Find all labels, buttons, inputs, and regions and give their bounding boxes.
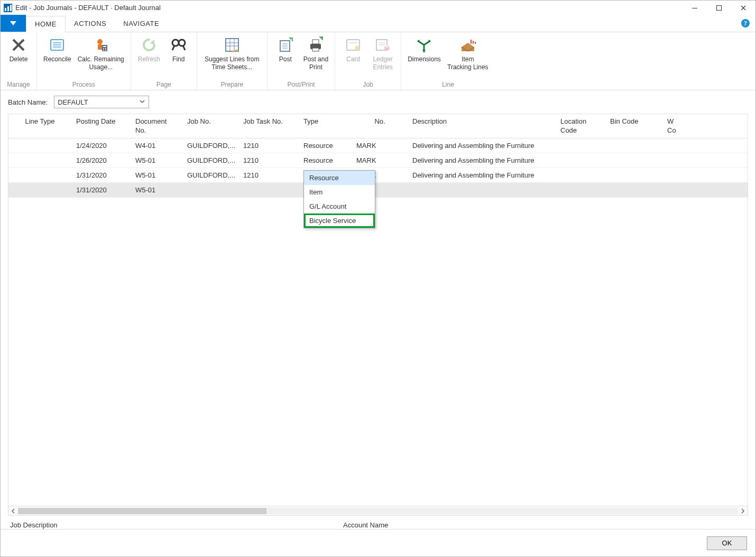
suggest-lines-label: Suggest Lines from Time Sheets... xyxy=(205,55,259,71)
scroll-right-arrow[interactable] xyxy=(738,506,748,516)
cell-description[interactable]: Delivering and Assembling the Furniture xyxy=(408,171,556,179)
cell-type[interactable]: Resource xyxy=(299,156,352,164)
reconcile-button[interactable]: Reconcile xyxy=(40,34,75,81)
cell-job-task-no[interactable]: 1210 xyxy=(239,142,299,150)
window-title: Edit - Job Journals - DEFAULT · Default … xyxy=(15,4,161,12)
dimensions-label: Dimensions xyxy=(408,55,441,63)
col-no[interactable]: No. xyxy=(352,114,408,138)
scroll-left-arrow[interactable] xyxy=(8,506,18,516)
group-page-label: Page xyxy=(134,81,193,89)
svg-rect-3 xyxy=(692,8,697,8)
ledger-entries-button[interactable]: Ledger Entries xyxy=(368,34,398,81)
minimize-button[interactable] xyxy=(683,1,707,15)
dropdown-option-gl-account[interactable]: G/L Account xyxy=(304,199,375,213)
delete-icon xyxy=(10,36,27,53)
tab-navigate[interactable]: NAVIGATE xyxy=(115,15,168,32)
cell-description[interactable]: Delivering and Assembling the Furniture xyxy=(408,156,556,164)
ok-button[interactable]: OK xyxy=(707,536,747,550)
file-menu-button[interactable] xyxy=(1,15,26,32)
delete-label: Delete xyxy=(10,55,28,63)
dropdown-option-item[interactable]: Item xyxy=(304,185,375,199)
svg-point-26 xyxy=(179,40,185,46)
dropdown-option-bicycle-service[interactable]: Bicycle Service xyxy=(304,213,375,228)
cell-document-no[interactable]: W5-01 xyxy=(131,156,183,164)
refresh-button[interactable]: Refresh xyxy=(134,34,164,81)
svg-rect-1 xyxy=(7,6,9,11)
item-tracking-icon xyxy=(459,36,476,53)
col-job-task-no[interactable]: Job Task No. xyxy=(239,114,299,138)
dimensions-icon xyxy=(416,36,432,53)
col-job-no[interactable]: Job No. xyxy=(183,114,239,138)
tab-actions[interactable]: ACTIONS xyxy=(66,15,115,32)
item-tracking-lines-button[interactable]: Item Tracking Lines xyxy=(444,34,492,81)
find-button[interactable]: Find xyxy=(164,34,193,81)
dimensions-button[interactable]: Dimensions xyxy=(404,34,444,81)
cell-document-no[interactable]: W5-01 xyxy=(131,186,183,194)
cell-no[interactable]: MARK xyxy=(352,156,408,164)
col-line-type[interactable]: Line Type xyxy=(8,114,72,138)
group-postprint-label: Post/Print xyxy=(271,81,331,89)
col-location-code[interactable]: Location Code xyxy=(556,114,606,138)
delete-button[interactable]: Delete xyxy=(4,34,33,81)
cell-type[interactable]: Resource xyxy=(299,142,352,150)
svg-line-28 xyxy=(183,45,185,50)
group-prepare-label: Prepare xyxy=(200,81,264,89)
resize-handle-icon[interactable] xyxy=(368,221,374,227)
horizontal-scrollbar[interactable] xyxy=(8,506,748,515)
dropdown-option-resource[interactable]: Resource xyxy=(304,171,375,185)
post-label: Post xyxy=(279,55,292,63)
batch-row: Batch Name: DEFAULT xyxy=(8,96,748,108)
post-and-print-button[interactable]: Post and Print xyxy=(300,34,331,81)
cell-posting-date[interactable]: 1/26/2020 xyxy=(72,156,131,164)
find-label: Find xyxy=(172,55,185,63)
svg-point-53 xyxy=(386,45,388,48)
cell-posting-date[interactable]: 1/24/2020 xyxy=(72,142,131,150)
calc-label: Calc. Remaining Usage... xyxy=(78,55,124,71)
cell-no[interactable]: MARK xyxy=(352,142,408,150)
scroll-track[interactable] xyxy=(18,508,738,514)
svg-rect-48 xyxy=(355,46,359,50)
cell-job-task-no[interactable]: 1210 xyxy=(239,171,299,179)
svg-line-63 xyxy=(370,222,374,227)
card-icon xyxy=(345,36,362,53)
cell-description[interactable]: Delivering and Assembling the Furniture xyxy=(408,142,556,150)
batch-name-select[interactable]: DEFAULT xyxy=(54,96,149,108)
cell-job-no[interactable]: GUILDFORD,... xyxy=(183,142,239,150)
cell-job-no[interactable]: GUILDFORD,... xyxy=(183,171,239,179)
col-document-no[interactable]: Document No. xyxy=(131,114,183,138)
col-posting-date[interactable]: Posting Date xyxy=(72,114,131,138)
help-icon[interactable]: ? xyxy=(741,15,755,32)
col-bin-code[interactable]: Bin Code xyxy=(606,114,663,138)
group-line-label: Line xyxy=(404,81,492,89)
col-description[interactable]: Description xyxy=(408,114,556,138)
maximize-button[interactable] xyxy=(707,1,731,15)
col-type[interactable]: Type xyxy=(299,114,352,138)
suggest-lines-button[interactable]: Suggest Lines from Time Sheets... xyxy=(200,34,264,81)
calc-remaining-usage-button[interactable]: Calc. Remaining Usage... xyxy=(75,34,127,81)
post-button[interactable]: + Post xyxy=(271,34,300,81)
tab-home[interactable]: HOME xyxy=(26,16,66,32)
svg-point-25 xyxy=(172,40,179,46)
table-row[interactable]: 1/31/2020W5-01Resource xyxy=(8,183,748,198)
scroll-thumb[interactable] xyxy=(18,508,266,514)
cell-posting-date[interactable]: 1/31/2020 xyxy=(72,186,131,194)
svg-text:+: + xyxy=(290,37,293,42)
calc-icon xyxy=(93,36,109,53)
item-tracking-label: Item Tracking Lines xyxy=(447,55,488,71)
reconcile-label: Reconcile xyxy=(43,55,71,63)
cell-posting-date[interactable]: 1/31/2020 xyxy=(72,171,131,179)
ledger-icon xyxy=(374,36,391,53)
cell-job-task-no[interactable]: 1210 xyxy=(239,156,299,164)
cell-document-no[interactable]: W4-01 xyxy=(131,142,183,150)
table-row[interactable]: 1/26/2020W5-01GUILDFORD,...1210ResourceM… xyxy=(8,153,748,168)
refresh-icon xyxy=(141,36,158,53)
type-dropdown[interactable]: Resource Item G/L Account Bicycle Servic… xyxy=(303,170,375,228)
cell-document-no[interactable]: W5-01 xyxy=(131,171,183,179)
svg-text:?: ? xyxy=(744,20,747,27)
col-overflow[interactable]: W Co xyxy=(663,114,679,138)
close-button[interactable] xyxy=(731,1,755,15)
cell-job-no[interactable]: GUILDFORD,... xyxy=(183,156,239,164)
table-row[interactable]: 1/24/2020W4-01GUILDFORD,...1210ResourceM… xyxy=(8,138,748,153)
table-row[interactable]: 1/31/2020W5-01GUILDFORD,...1210ResourceM… xyxy=(8,168,748,183)
card-button[interactable]: Card xyxy=(338,34,368,81)
